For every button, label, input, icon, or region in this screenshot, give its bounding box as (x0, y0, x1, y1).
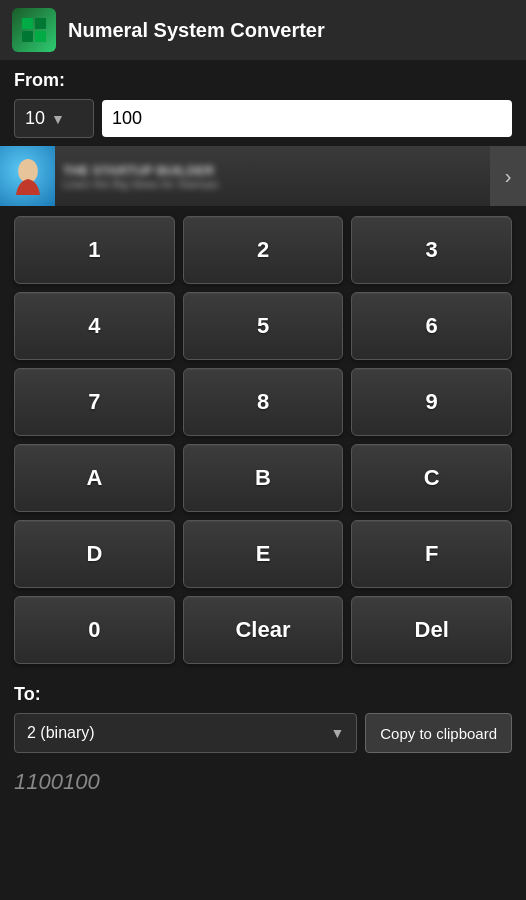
title-bar: Numeral System Converter (0, 0, 526, 60)
svg-rect-3 (35, 31, 46, 42)
from-section: From: 10 ▼ (0, 60, 526, 146)
key-row-4: DEF (14, 520, 512, 588)
number-input[interactable] (102, 100, 512, 137)
key-3-button[interactable]: 3 (351, 216, 512, 284)
svg-rect-1 (35, 18, 46, 29)
from-label: From: (14, 70, 512, 91)
to-base-selector[interactable]: 2 (binary) ▼ (14, 713, 357, 753)
svg-rect-0 (22, 18, 33, 29)
key-0-button[interactable]: 0 (14, 596, 175, 664)
key-row-1: 456 (14, 292, 512, 360)
key-5-button[interactable]: 5 (183, 292, 344, 360)
key-8-button[interactable]: 8 (183, 368, 344, 436)
app-icon (12, 8, 56, 52)
from-inputs: 10 ▼ (14, 99, 512, 138)
ad-avatar (0, 146, 55, 206)
key-b-button[interactable]: B (183, 444, 344, 512)
key-7-button[interactable]: 7 (14, 368, 175, 436)
key-9-button[interactable]: 9 (351, 368, 512, 436)
key-f-button[interactable]: F (351, 520, 512, 588)
from-base-value: 10 (25, 108, 45, 129)
key-row-3: ABC (14, 444, 512, 512)
app-title: Numeral System Converter (68, 19, 325, 42)
chevron-down-icon: ▼ (51, 111, 65, 127)
key-row-5: 0ClearDel (14, 596, 512, 664)
key-1-button[interactable]: 1 (14, 216, 175, 284)
result-value: 1100100 (14, 769, 512, 795)
chevron-down-icon: ▼ (330, 725, 344, 741)
svg-rect-2 (22, 31, 33, 42)
ad-line1: THE STARTUP BUILDER (63, 163, 482, 178)
key-del-button[interactable]: Del (351, 596, 512, 664)
key-4-button[interactable]: 4 (14, 292, 175, 360)
key-row-0: 123 (14, 216, 512, 284)
to-controls: 2 (binary) ▼ Copy to clipboard (14, 713, 512, 753)
key-row-2: 789 (14, 368, 512, 436)
to-section: To: 2 (binary) ▼ Copy to clipboard (0, 674, 526, 759)
copy-to-clipboard-button[interactable]: Copy to clipboard (365, 713, 512, 753)
ad-arrow-icon: › (490, 146, 526, 206)
result-area: 1100100 (0, 759, 526, 805)
key-d-button[interactable]: D (14, 520, 175, 588)
key-e-button[interactable]: E (183, 520, 344, 588)
to-base-value: 2 (binary) (27, 724, 322, 742)
key-6-button[interactable]: 6 (351, 292, 512, 360)
key-clear-button[interactable]: Clear (183, 596, 344, 664)
ad-line2: Learn the Big Ideas for Startups (63, 178, 482, 190)
key-a-button[interactable]: A (14, 444, 175, 512)
ad-banner[interactable]: THE STARTUP BUILDER Learn the Big Ideas … (0, 146, 526, 206)
key-c-button[interactable]: C (351, 444, 512, 512)
key-2-button[interactable]: 2 (183, 216, 344, 284)
to-label: To: (14, 684, 512, 705)
ad-text-area: THE STARTUP BUILDER Learn the Big Ideas … (55, 159, 490, 194)
keypad: 123456789ABCDEF0ClearDel (0, 206, 526, 674)
from-base-selector[interactable]: 10 ▼ (14, 99, 94, 138)
